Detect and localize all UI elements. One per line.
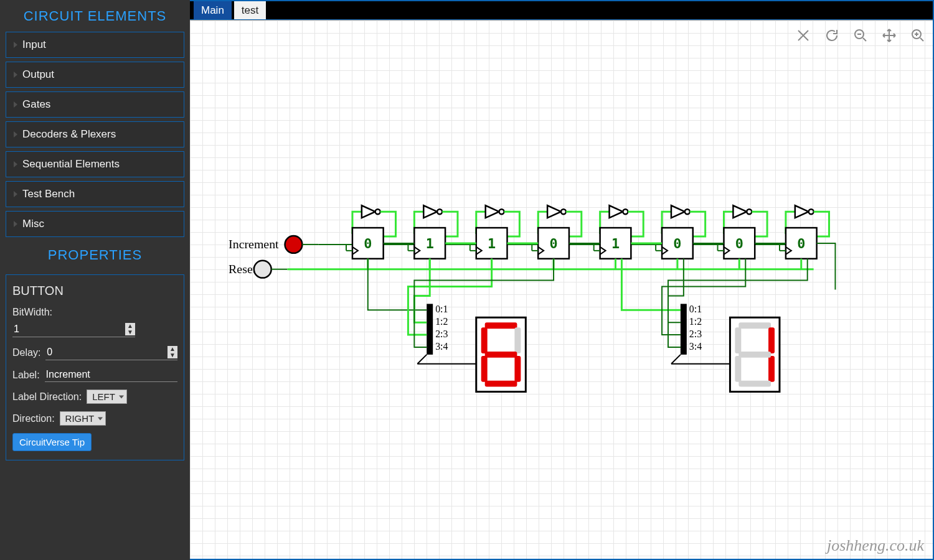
flipflop-6: 0 (718, 205, 768, 269)
splitter-slot-2: 2:3 (435, 329, 448, 339)
sevenseg-left (476, 317, 526, 391)
delay-input[interactable]: 0 (45, 345, 177, 360)
svg-rect-26 (485, 381, 517, 387)
bitwidth-value: 1 (12, 324, 19, 335)
label-reset: Reset (229, 262, 257, 276)
canvas[interactable]: Increment Reset (190, 20, 933, 559)
splitter2-slot-0: 0:1 (689, 304, 702, 314)
svg-rect-27 (481, 356, 488, 382)
tab-main[interactable]: Main (194, 1, 232, 19)
cat-gates[interactable]: Gates (6, 91, 184, 118)
properties-title: PROPERTIES (2, 241, 188, 271)
cat-testbench[interactable]: Test Bench (6, 181, 184, 207)
bitwidth-input[interactable]: 1 (12, 322, 135, 337)
svg-rect-36 (735, 327, 741, 353)
svg-rect-35 (735, 356, 741, 382)
cat-output[interactable]: Output (6, 62, 184, 88)
splitter2-slot-1: 1:2 (689, 316, 702, 327)
delay-spinner[interactable] (167, 346, 177, 358)
svg-rect-33 (768, 356, 775, 382)
schematic: Increment Reset (190, 21, 933, 559)
svg-text:0: 0 (797, 236, 805, 251)
svg-rect-31 (738, 322, 771, 329)
svg-rect-21 (427, 304, 433, 355)
splitter2-slot-2: 2:3 (689, 329, 702, 339)
cat-input[interactable]: Input (6, 32, 184, 58)
labeldir-select[interactable]: LEFT (87, 390, 127, 404)
svg-rect-32 (768, 327, 775, 353)
label-label: Label: (12, 370, 40, 381)
svg-rect-34 (738, 381, 771, 387)
properties-panel: BUTTON BitWidth: 1 Delay: 0 Label: Label… (6, 274, 184, 460)
bitwidth-label: BitWidth: (12, 307, 52, 318)
tab-strip: Main test (190, 1, 933, 20)
prop-direction: Direction: RIGHT (12, 411, 177, 426)
prop-label: Label: (12, 368, 177, 382)
direction-select[interactable]: RIGHT (60, 411, 106, 426)
prop-bitwidth: BitWidth: (12, 307, 177, 318)
selected-component-type: BUTTON (12, 284, 177, 298)
reset-button[interactable] (254, 261, 271, 278)
sevenseg-right (730, 317, 780, 391)
splitter2-slot-3: 3:4 (689, 341, 702, 352)
svg-text:0: 0 (364, 236, 372, 251)
svg-rect-30 (681, 304, 687, 355)
bitwidth-spinner[interactable] (125, 323, 135, 335)
cat-misc[interactable]: Misc (6, 211, 184, 237)
flipflop-5: 0 (656, 205, 705, 269)
tip-button[interactable]: CircuitVerse Tip (12, 433, 92, 451)
splitter-slot-0: 0:1 (435, 304, 448, 314)
svg-text:1: 1 (426, 236, 434, 251)
svg-text:1: 1 (611, 236, 620, 251)
svg-rect-37 (738, 352, 771, 358)
flipflop-4: 1 (594, 205, 644, 269)
svg-rect-28 (481, 327, 488, 353)
cat-sequential[interactable]: Sequential Elements (6, 151, 184, 177)
svg-rect-24 (514, 327, 521, 353)
flipflop-7: 0 (780, 205, 829, 269)
splitter-slot-1: 1:2 (435, 316, 448, 327)
tab-test[interactable]: test (234, 1, 266, 19)
label-input[interactable] (45, 368, 177, 382)
svg-text:1: 1 (488, 236, 496, 251)
flipflop-row: 01101000 (346, 205, 829, 269)
prop-delay: Delay: 0 (12, 345, 177, 360)
watermark: joshheng.co.uk (827, 536, 924, 555)
increment-button[interactable] (285, 236, 303, 253)
delay-value: 0 (45, 347, 52, 358)
prop-labeldir: Label Direction: LEFT (12, 390, 177, 404)
svg-text:0: 0 (673, 236, 681, 251)
splitter-slot-3: 3:4 (435, 341, 448, 352)
svg-text:0: 0 (549, 236, 557, 251)
direction-label: Direction: (12, 413, 55, 424)
flipflop-2: 1 (470, 205, 520, 269)
sidebar: CIRCUIT ELEMENTS Input Output Gates Deco… (0, 0, 190, 560)
svg-text:0: 0 (735, 236, 743, 251)
svg-rect-23 (485, 322, 517, 329)
labeldir-label: Label Direction: (12, 391, 82, 403)
svg-rect-25 (514, 356, 521, 382)
svg-rect-29 (485, 352, 517, 358)
workspace: ▲ Main test Increment Reset (190, 0, 934, 560)
flipflop-0: 0 (346, 205, 396, 269)
flipflop-3: 0 (532, 205, 582, 269)
cat-decoders[interactable]: Decoders & Plexers (6, 121, 184, 147)
decoder-right-group: 0:1 1:2 2:3 3:4 (621, 259, 807, 392)
delay-label: Delay: (12, 347, 40, 358)
elements-title: CIRCUIT ELEMENTS (2, 2, 188, 32)
flipflop-1: 1 (408, 205, 458, 269)
label-increment: Increment (229, 237, 279, 251)
decoder-left-group: 0:1 1:2 2:3 3:4 (368, 259, 554, 392)
